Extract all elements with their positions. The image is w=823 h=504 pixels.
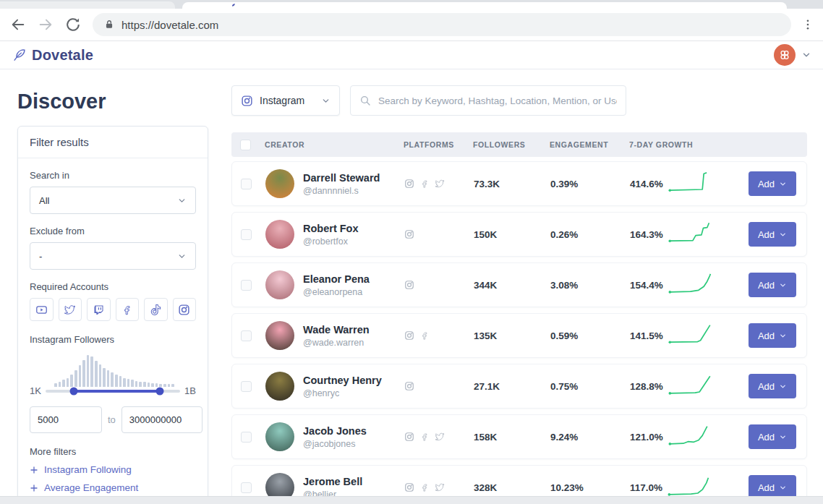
table-row: Eleanor Pena @eleanorpena 344K 3.08% 154… [231, 262, 807, 307]
more-filter-link[interactable]: Instagram Following [30, 464, 196, 475]
add-button[interactable]: Add [749, 424, 796, 449]
exclude-from-select[interactable]: - [30, 242, 196, 270]
instagram-icon [404, 229, 414, 239]
account-avatar[interactable] [774, 44, 796, 66]
more-filter-link[interactable]: Average Engagement [30, 482, 196, 493]
creator-avatar[interactable] [265, 220, 294, 249]
instagram-icon [241, 95, 253, 107]
plus-icon [30, 484, 38, 492]
browser-tab-inactive[interactable] [0, 1, 175, 9]
chevron-down-icon [779, 180, 787, 188]
creator-name[interactable]: Jerome Bell [303, 476, 404, 487]
followers-value: 73.3K [474, 179, 550, 189]
required-accounts-label: Required Accounts [30, 281, 196, 292]
histogram-bar [139, 382, 142, 387]
followers-range-slider[interactable] [46, 390, 180, 393]
add-button[interactable]: Add [749, 374, 796, 398]
followers-value: 344K [474, 280, 550, 291]
followers-max-input[interactable] [121, 406, 202, 433]
reload-button[interactable] [65, 17, 81, 33]
slider-min-label: 1K [30, 385, 41, 396]
engagement-value: 9.24% [550, 432, 630, 443]
column-header-growth: 7-DAY GROWTH [629, 140, 745, 149]
required-account-tiktok-button[interactable] [144, 298, 168, 321]
creator-avatar[interactable] [265, 372, 294, 401]
creator-name[interactable]: Darrell Steward [303, 172, 404, 184]
add-button[interactable]: Add [749, 222, 796, 247]
select-all-checkbox[interactable] [240, 140, 251, 150]
chevron-down-icon [321, 96, 331, 106]
required-account-instagram-button[interactable] [173, 298, 197, 321]
row-checkbox[interactable] [241, 280, 252, 291]
plus-icon [30, 466, 38, 474]
browser-menu-button[interactable] [801, 18, 814, 31]
creator-handle: @wade.warren [303, 338, 404, 348]
slider-thumb-max[interactable] [156, 387, 164, 395]
row-platform-icons [404, 330, 474, 341]
platform-select[interactable]: Instagram [231, 85, 340, 116]
creator-name[interactable]: Courtney Henry [303, 375, 404, 386]
twitch-icon [93, 304, 105, 316]
row-platform-icons [404, 381, 474, 391]
creator-avatar[interactable] [265, 169, 294, 198]
creator-avatar[interactable] [265, 321, 294, 350]
url-text: https://dovetale.com [121, 19, 218, 31]
slider-thumb-min[interactable] [70, 387, 78, 395]
histogram-bar [131, 380, 134, 387]
row-checkbox[interactable] [241, 381, 252, 392]
exclude-from-value: - [39, 251, 42, 262]
slider-active-range [74, 390, 160, 393]
creator-name[interactable]: Jacob Jones [303, 425, 404, 437]
slider-max-label: 1B [184, 385, 196, 396]
forward-button[interactable] [38, 17, 54, 33]
row-checkbox[interactable] [241, 330, 252, 341]
facebook-icon [419, 179, 430, 189]
row-checkbox[interactable] [241, 179, 252, 189]
instagram-icon [404, 330, 414, 341]
histogram-bar [79, 365, 82, 387]
creator-name[interactable]: Robert Fox [303, 223, 404, 234]
column-header-followers: FOLLOWERS [473, 140, 550, 149]
growth-value: 141.5% [630, 330, 663, 341]
row-platform-icons [404, 280, 474, 290]
histogram-bar [148, 383, 150, 387]
add-button-label: Add [758, 280, 775, 291]
row-checkbox[interactable] [241, 229, 252, 240]
creator-handle: @jacobjones [303, 439, 404, 449]
add-button[interactable]: Add [749, 171, 796, 196]
required-account-twitch-button[interactable] [87, 298, 111, 321]
histogram-bar [163, 384, 166, 387]
platform-select-value: Instagram [260, 95, 304, 106]
row-checkbox[interactable] [241, 482, 252, 493]
search-in-value: All [39, 195, 49, 206]
creator-name[interactable]: Wade Warren [303, 324, 404, 336]
creator-name[interactable]: Eleanor Pena [303, 273, 404, 285]
more-filter-label: Instagram Following [44, 464, 132, 475]
search-input[interactable] [378, 95, 617, 106]
required-account-twitter-button[interactable] [59, 298, 82, 321]
creator-handle: @dannnniel.s [303, 186, 404, 196]
brand-logo[interactable]: Dovetale [12, 47, 93, 64]
account-menu-chevron-icon[interactable] [801, 50, 811, 60]
instagram-icon [404, 482, 414, 492]
back-button[interactable] [10, 17, 26, 33]
add-button[interactable]: Add [749, 323, 796, 348]
add-button[interactable]: Add [749, 273, 796, 297]
growth-sparkline [668, 321, 718, 350]
creator-avatar[interactable] [265, 270, 294, 299]
required-account-youtube-button[interactable] [30, 298, 54, 321]
histogram-bar [123, 378, 126, 387]
more-filters-label: More filters [30, 446, 196, 457]
required-account-facebook-button[interactable] [116, 298, 140, 321]
search-in-select[interactable]: All [30, 187, 196, 214]
brand-name: Dovetale [32, 47, 93, 64]
creator-handle: @eleanorpena [303, 287, 404, 297]
browser-tab-active[interactable] [182, 2, 787, 9]
histogram-bar [171, 384, 174, 387]
page-title: Discover [17, 90, 106, 114]
url-bar[interactable]: https://dovetale.com [93, 13, 791, 36]
app-header: Dovetale [0, 41, 823, 69]
followers-min-input[interactable] [30, 406, 102, 433]
row-checkbox[interactable] [241, 432, 252, 443]
creator-avatar[interactable] [265, 422, 294, 451]
